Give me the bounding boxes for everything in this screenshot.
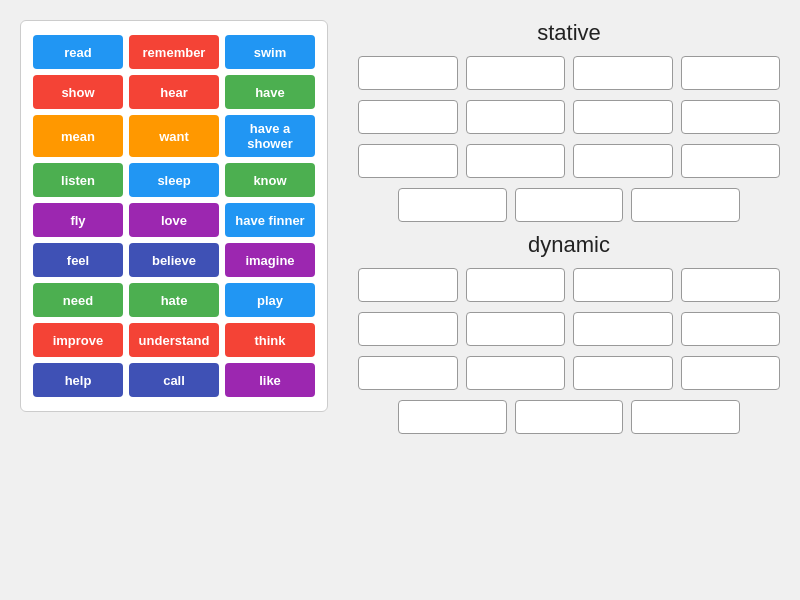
stative-row-3 bbox=[358, 144, 780, 178]
stative-row-2 bbox=[358, 100, 780, 134]
dynamic-row-3 bbox=[358, 356, 780, 390]
stative-drop-8[interactable] bbox=[681, 100, 781, 134]
word-cell[interactable]: imagine bbox=[225, 243, 315, 277]
dynamic-drop-8[interactable] bbox=[681, 312, 781, 346]
word-cell[interactable]: remember bbox=[129, 35, 219, 69]
word-cell[interactable]: feel bbox=[33, 243, 123, 277]
stative-drop-10[interactable] bbox=[466, 144, 566, 178]
dynamic-row-2 bbox=[358, 312, 780, 346]
stative-drop-7[interactable] bbox=[573, 100, 673, 134]
dynamic-drop-11[interactable] bbox=[573, 356, 673, 390]
word-cell[interactable]: hear bbox=[129, 75, 219, 109]
stative-drop-1[interactable] bbox=[358, 56, 458, 90]
dynamic-section: dynamic bbox=[358, 232, 780, 434]
stative-row-4 bbox=[358, 188, 780, 222]
stative-drop-3[interactable] bbox=[573, 56, 673, 90]
dynamic-drop-15[interactable] bbox=[631, 400, 740, 434]
stative-drop-12[interactable] bbox=[681, 144, 781, 178]
dynamic-drop-10[interactable] bbox=[466, 356, 566, 390]
word-cell[interactable]: believe bbox=[129, 243, 219, 277]
word-cell[interactable]: swim bbox=[225, 35, 315, 69]
word-cell[interactable]: understand bbox=[129, 323, 219, 357]
dynamic-drop-12[interactable] bbox=[681, 356, 781, 390]
stative-drop-15[interactable] bbox=[631, 188, 740, 222]
dynamic-drop-3[interactable] bbox=[573, 268, 673, 302]
word-cell[interactable]: love bbox=[129, 203, 219, 237]
word-cell[interactable]: need bbox=[33, 283, 123, 317]
word-cell[interactable]: show bbox=[33, 75, 123, 109]
word-cell[interactable]: play bbox=[225, 283, 315, 317]
dynamic-drop-7[interactable] bbox=[573, 312, 673, 346]
stative-drop-9[interactable] bbox=[358, 144, 458, 178]
categories-panel: stative bbox=[358, 20, 780, 434]
dynamic-drop-13[interactable] bbox=[398, 400, 507, 434]
word-grid: readrememberswimshowhearhavemeanwanthave… bbox=[20, 20, 328, 412]
word-cell[interactable]: listen bbox=[33, 163, 123, 197]
word-cell[interactable]: have finner bbox=[225, 203, 315, 237]
word-cell[interactable]: like bbox=[225, 363, 315, 397]
stative-drop-11[interactable] bbox=[573, 144, 673, 178]
word-cell[interactable]: call bbox=[129, 363, 219, 397]
stative-drop-2[interactable] bbox=[466, 56, 566, 90]
stative-row-1 bbox=[358, 56, 780, 90]
word-cell[interactable]: have bbox=[225, 75, 315, 109]
word-cell[interactable]: think bbox=[225, 323, 315, 357]
word-cell[interactable]: read bbox=[33, 35, 123, 69]
word-cell[interactable]: have a shower bbox=[225, 115, 315, 157]
main-container: readrememberswimshowhearhavemeanwanthave… bbox=[0, 0, 800, 454]
word-cell[interactable]: mean bbox=[33, 115, 123, 157]
dynamic-row-4 bbox=[358, 400, 780, 434]
dynamic-drop-5[interactable] bbox=[358, 312, 458, 346]
dynamic-drop-9[interactable] bbox=[358, 356, 458, 390]
stative-section: stative bbox=[358, 20, 780, 222]
dynamic-title: dynamic bbox=[358, 232, 780, 258]
dynamic-drop-14[interactable] bbox=[515, 400, 624, 434]
stative-drop-6[interactable] bbox=[466, 100, 566, 134]
dynamic-drop-1[interactable] bbox=[358, 268, 458, 302]
word-cell[interactable]: know bbox=[225, 163, 315, 197]
word-cell[interactable]: sleep bbox=[129, 163, 219, 197]
dynamic-drop-4[interactable] bbox=[681, 268, 781, 302]
dynamic-row-1 bbox=[358, 268, 780, 302]
word-cell[interactable]: want bbox=[129, 115, 219, 157]
stative-drop-13[interactable] bbox=[398, 188, 507, 222]
stative-title: stative bbox=[358, 20, 780, 46]
word-cell[interactable]: fly bbox=[33, 203, 123, 237]
stative-drop-14[interactable] bbox=[515, 188, 624, 222]
word-cell[interactable]: hate bbox=[129, 283, 219, 317]
word-cell[interactable]: help bbox=[33, 363, 123, 397]
word-cell[interactable]: improve bbox=[33, 323, 123, 357]
dynamic-drop-2[interactable] bbox=[466, 268, 566, 302]
dynamic-drop-6[interactable] bbox=[466, 312, 566, 346]
stative-drop-5[interactable] bbox=[358, 100, 458, 134]
stative-drop-4[interactable] bbox=[681, 56, 781, 90]
